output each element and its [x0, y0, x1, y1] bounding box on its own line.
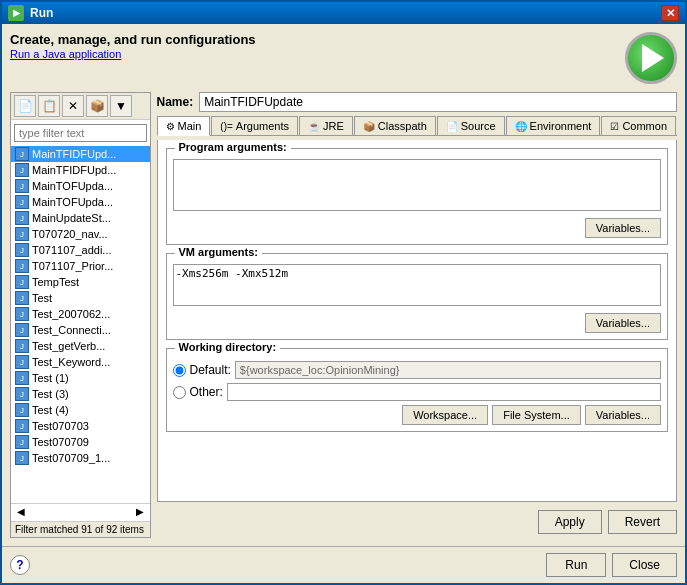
tree-item[interactable]: J Test070709_1... [11, 450, 150, 466]
left-toolbar: 📄 📋 ✕ 📦 ▼ [11, 93, 150, 120]
help-button[interactable]: ? [10, 555, 30, 575]
scroll-right-button[interactable]: ▶ [132, 506, 148, 517]
tree-item[interactable]: J Test (4) [11, 402, 150, 418]
tab-common-label: Common [622, 120, 667, 132]
tree-item[interactable]: J Test_2007062... [11, 306, 150, 322]
item-icon: J [15, 355, 29, 369]
classpath-tab-icon: 📦 [363, 121, 375, 132]
tree-item[interactable]: J T071107_Prior... [11, 258, 150, 274]
name-input[interactable] [199, 92, 677, 112]
vm-args-variables-button[interactable]: Variables... [585, 313, 661, 333]
dialog-title: Create, manage, and run configurations [10, 32, 256, 47]
copy-config-button[interactable]: 📋 [38, 95, 60, 117]
tab-source[interactable]: 📄 Source [437, 116, 505, 135]
name-row: Name: [157, 92, 678, 112]
title-bar: ▶ Run ✕ [2, 2, 685, 24]
tree-item[interactable]: J MainTFIDFUpd... [11, 162, 150, 178]
item-icon: J [15, 227, 29, 241]
working-dir-section: Working directory: Default: Other: [166, 348, 669, 432]
filter-input[interactable] [14, 124, 147, 142]
revert-button[interactable]: Revert [608, 510, 677, 534]
run-icon [625, 32, 677, 84]
tree-label: Test_2007062... [32, 308, 110, 320]
other-dir-input[interactable] [227, 383, 661, 401]
window-title: Run [30, 6, 53, 20]
workspace-button[interactable]: Workspace... [402, 405, 488, 425]
tree-item[interactable]: J T071107_addi... [11, 242, 150, 258]
tree-item[interactable]: J Test [11, 290, 150, 306]
item-icon: J [15, 371, 29, 385]
more-button[interactable]: ▼ [110, 95, 132, 117]
default-radio[interactable] [173, 364, 186, 377]
main-tab-icon: ⚙ [166, 121, 175, 132]
program-args-variables-button[interactable]: Variables... [585, 218, 661, 238]
tab-environment[interactable]: 🌐 Environment [506, 116, 601, 135]
tree-label: T071107_Prior... [32, 260, 113, 272]
tree-item[interactable]: J MainTOFUpda... [11, 194, 150, 210]
close-button[interactable]: ✕ [661, 5, 679, 21]
default-radio-label: Default: [190, 363, 231, 377]
tree-label: Test070703 [32, 420, 89, 432]
filesystem-button[interactable]: File System... [492, 405, 581, 425]
other-radio[interactable] [173, 386, 186, 399]
tree-item[interactable]: J Test (1) [11, 370, 150, 386]
environment-tab-icon: 🌐 [515, 121, 527, 132]
vm-args-label: VM arguments: [175, 246, 262, 258]
tab-arguments[interactable]: ()= Arguments [211, 116, 298, 135]
item-icon: J [15, 147, 29, 161]
tree-item[interactable]: J Test_Connecti... [11, 322, 150, 338]
main-content: 📄 📋 ✕ 📦 ▼ J MainTFIDFUpd... J [10, 92, 677, 538]
item-icon: J [15, 419, 29, 433]
tree-label: MainTFIDFUpd... [32, 164, 116, 176]
tree-label: Test (1) [32, 372, 69, 384]
other-radio-label: Other: [190, 385, 223, 399]
window-icon: ▶ [8, 5, 24, 21]
tree-label: Test (3) [32, 388, 69, 400]
tree-item[interactable]: J TempTest [11, 274, 150, 290]
run-dialog: ▶ Run ✕ Create, manage, and run configur… [0, 0, 687, 585]
tree-item[interactable]: J Test070709 [11, 434, 150, 450]
export-config-button[interactable]: 📦 [86, 95, 108, 117]
tree-item[interactable]: J Test_Keyword... [11, 354, 150, 370]
item-icon: J [15, 307, 29, 321]
tree-item[interactable]: J Test (3) [11, 386, 150, 402]
tree-item[interactable]: J MainUpdateSt... [11, 210, 150, 226]
tab-jre-label: JRE [323, 120, 344, 132]
program-args-section: Program arguments: Variables... [166, 148, 669, 245]
tree-item[interactable]: J Test070703 [11, 418, 150, 434]
vm-args-textarea[interactable]: -Xms256m -Xmx512m [173, 264, 662, 306]
item-icon: J [15, 451, 29, 465]
source-tab-icon: 📄 [446, 121, 458, 132]
tab-source-label: Source [461, 120, 496, 132]
tree-item[interactable]: J Test_getVerb... [11, 338, 150, 354]
dir-variables-button[interactable]: Variables... [585, 405, 661, 425]
run-button[interactable]: Run [546, 553, 606, 577]
subtitle-link[interactable]: Run a Java application [10, 48, 121, 60]
working-dir-label: Working directory: [175, 341, 281, 353]
apply-button[interactable]: Apply [538, 510, 602, 534]
tree-label: Test (4) [32, 404, 69, 416]
program-args-label: Program arguments: [175, 141, 291, 153]
right-panel: Name: ⚙ Main ()= Arguments ☕ JRE [157, 92, 678, 538]
tree-item[interactable]: J MainTFIDFUpd... [11, 146, 150, 162]
tab-arguments-label: Arguments [236, 120, 289, 132]
tree-label: T071107_addi... [32, 244, 112, 256]
tab-jre[interactable]: ☕ JRE [299, 116, 353, 135]
new-config-button[interactable]: 📄 [14, 95, 36, 117]
tree-container: J MainTFIDFUpd... J MainTFIDFUpd... J Ma… [11, 146, 150, 501]
item-icon: J [15, 387, 29, 401]
window-body: Create, manage, and run configurations R… [2, 24, 685, 546]
tree-label: Test_Connecti... [32, 324, 111, 336]
run-triangle [642, 44, 664, 72]
program-args-textarea[interactable] [173, 159, 662, 211]
footer-close-button[interactable]: Close [612, 553, 677, 577]
tab-classpath[interactable]: 📦 Classpath [354, 116, 436, 135]
tree-item[interactable]: J T070720_nav... [11, 226, 150, 242]
other-radio-row: Other: [173, 383, 662, 401]
tree-item[interactable]: J MainTOFUpda... [11, 178, 150, 194]
tab-main[interactable]: ⚙ Main [157, 116, 211, 136]
delete-config-button[interactable]: ✕ [62, 95, 84, 117]
scroll-left-button[interactable]: ◀ [13, 506, 29, 517]
tab-common[interactable]: ☑ Common [601, 116, 676, 135]
tree-label: MainTOFUpda... [32, 180, 113, 192]
